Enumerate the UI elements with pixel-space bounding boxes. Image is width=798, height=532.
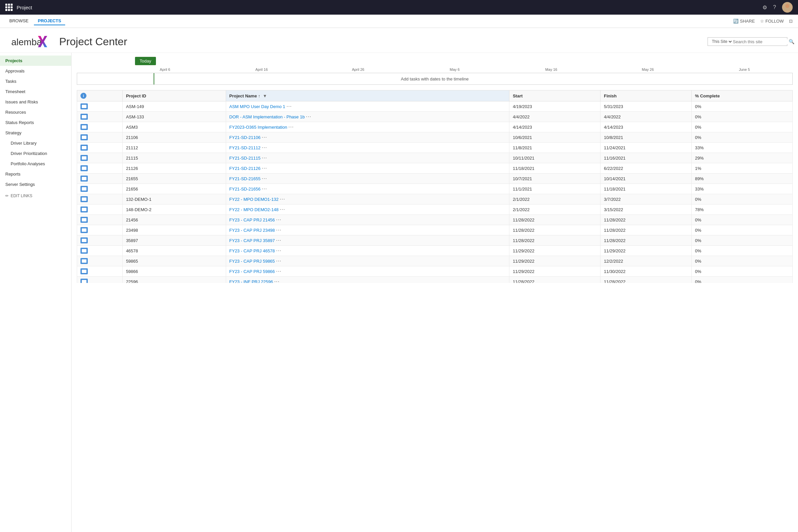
- project-link[interactable]: FY21-SD-21126: [229, 166, 261, 171]
- sidebar-item-server-settings[interactable]: Server Settings: [0, 179, 71, 190]
- sidebar-item-driver-prio[interactable]: Driver Prioritization: [0, 148, 71, 158]
- row-context-menu[interactable]: ···: [286, 103, 291, 109]
- project-link[interactable]: FY23 - CAP PRJ 59865: [229, 259, 275, 264]
- col-finish[interactable]: Finish: [601, 91, 691, 101]
- sidebar-label-resources: Resources: [5, 110, 26, 115]
- sidebar-item-driver-library[interactable]: Driver Library: [0, 138, 71, 148]
- col-start[interactable]: Start: [509, 91, 601, 101]
- project-link[interactable]: FY23 - CAP PRJ 46578: [229, 248, 275, 253]
- sidebar-item-approvals[interactable]: Approvals: [0, 66, 71, 76]
- search-box[interactable]: This Site All Sites 🔍: [707, 37, 787, 46]
- sidebar-item-timesheet[interactable]: Timesheet: [0, 87, 71, 97]
- project-link[interactable]: FY22 - MPO DEMO2-148: [229, 207, 279, 212]
- help-icon[interactable]: ?: [773, 4, 776, 10]
- search-input[interactable]: [733, 39, 789, 44]
- sidebar-item-issues[interactable]: Issues and Risks: [0, 97, 71, 107]
- sub-nav-left: BROWSE PROJECTS: [5, 17, 65, 25]
- project-link[interactable]: FY23 - CAP PRJ 35897: [229, 238, 275, 243]
- row-project-name: ASM MPO User Day Demo 1 ···: [226, 101, 509, 112]
- row-finish: 11/28/2022: [601, 215, 691, 225]
- row-context-menu[interactable]: ···: [276, 227, 281, 233]
- settings-icon[interactable]: ⚙: [762, 4, 767, 11]
- row-context-menu[interactable]: ···: [276, 268, 281, 274]
- row-context-menu[interactable]: ···: [276, 217, 281, 223]
- avatar[interactable]: [782, 2, 793, 13]
- edit-links[interactable]: ✏ EDIT LINKS: [0, 190, 71, 202]
- project-link[interactable]: FY21-SD-21656: [229, 187, 261, 191]
- row-context-menu[interactable]: ···: [288, 124, 293, 130]
- row-context-menu[interactable]: ···: [280, 207, 285, 212]
- row-context-menu[interactable]: ···: [280, 196, 285, 202]
- focus-action[interactable]: ⊡: [789, 19, 793, 24]
- row-icon: [80, 124, 88, 130]
- row-context-menu[interactable]: ···: [262, 145, 267, 150]
- sidebar-item-resources[interactable]: Resources: [0, 107, 71, 117]
- row-finish: 12/2/2022: [601, 256, 691, 266]
- projects-btn[interactable]: PROJECTS: [34, 17, 65, 25]
- project-link[interactable]: FY2023-O365 Implementation: [229, 125, 287, 130]
- col-project-name[interactable]: Project Name ↑ ▼: [226, 91, 509, 101]
- share-action[interactable]: 🔄 SHARE: [733, 19, 755, 24]
- row-finish: 10/8/2021: [601, 132, 691, 142]
- row-context-menu[interactable]: ···: [276, 248, 281, 253]
- row-context-menu[interactable]: ···: [276, 258, 281, 264]
- timeline-ruler: April 6 April 16 April 26 May 6 May 16 M…: [77, 68, 793, 72]
- project-link[interactable]: DOR - ASM Implementation - Phase 1b: [229, 114, 305, 119]
- filter-icon[interactable]: ▼: [263, 93, 267, 98]
- sidebar-item-portfolio[interactable]: Portfolio Analyses: [0, 158, 71, 169]
- row-context-menu[interactable]: ···: [274, 279, 280, 283]
- project-link[interactable]: FY21-SD-21655: [229, 176, 261, 181]
- row-context-menu[interactable]: ···: [276, 238, 281, 243]
- sidebar-item-tasks[interactable]: Tasks: [0, 76, 71, 87]
- row-finish: 6/22/2022: [601, 163, 691, 174]
- row-finish: 11/24/2021: [601, 142, 691, 153]
- row-start: 4/4/2022: [509, 112, 601, 122]
- row-project-id: 21106: [122, 132, 226, 142]
- sidebar-label-approvals: Approvals: [5, 69, 25, 74]
- col-complete[interactable]: % Complete: [691, 91, 793, 101]
- svg-text:alemba: alemba: [11, 37, 42, 47]
- project-link[interactable]: FY22 - MPO DEMO1-132: [229, 197, 279, 202]
- row-project-name: FY22 - MPO DEMO2-148 ···: [226, 205, 509, 215]
- grid-icon[interactable]: [5, 4, 13, 11]
- search-scope-select[interactable]: This Site All Sites: [710, 39, 733, 44]
- row-context-menu[interactable]: ···: [262, 165, 267, 171]
- col-project-id[interactable]: Project ID: [122, 91, 226, 101]
- row-icon-cell: [77, 277, 123, 283]
- row-icon: [80, 175, 88, 182]
- sidebar-label-strategy: Strategy: [5, 130, 21, 135]
- row-context-menu[interactable]: ···: [306, 114, 311, 119]
- row-start: 11/28/2022: [509, 235, 601, 246]
- sub-nav-right: 🔄 SHARE ☆ FOLLOW ⊡: [733, 19, 793, 24]
- row-icon-cell: [77, 142, 123, 153]
- browse-btn[interactable]: BROWSE: [5, 17, 33, 25]
- project-link[interactable]: FY21-SD-21106: [229, 135, 261, 140]
- project-link[interactable]: ASM MPO User Day Demo 1: [229, 104, 285, 109]
- project-link[interactable]: FY21-SD-21112: [229, 145, 261, 150]
- project-link[interactable]: FY23 - CAP PRJ 59866: [229, 269, 275, 274]
- sidebar-item-strategy[interactable]: Strategy: [0, 128, 71, 138]
- col-icon: i: [77, 91, 123, 101]
- row-finish: 10/14/2021: [601, 174, 691, 184]
- project-link[interactable]: FY23 - CAP PRJ 23498: [229, 228, 275, 233]
- project-link[interactable]: FY23 - CAP PRJ 21456: [229, 217, 275, 223]
- row-project-name: FY23 - CAP PRJ 35897 ···: [226, 235, 509, 246]
- follow-action[interactable]: ☆ FOLLOW: [760, 19, 784, 24]
- row-icon: [80, 145, 88, 151]
- timeline-date-4: May 6: [406, 68, 503, 72]
- row-context-menu[interactable]: ···: [262, 186, 267, 191]
- project-link[interactable]: FY21-SD-21115: [229, 156, 261, 160]
- project-link[interactable]: FY23 - INF PRJ 22596: [229, 279, 273, 283]
- search-icon[interactable]: 🔍: [789, 39, 794, 44]
- row-context-menu[interactable]: ···: [262, 134, 267, 140]
- today-button[interactable]: Today: [135, 57, 156, 65]
- sidebar-item-status[interactable]: Status Reports: [0, 117, 71, 128]
- info-icon[interactable]: i: [80, 93, 87, 99]
- row-complete: 0%: [691, 101, 793, 112]
- table-scroll[interactable]: i Project ID Project Name ↑ ▼ Start Fini…: [77, 90, 793, 283]
- sidebar-item-projects[interactable]: Projects: [0, 56, 71, 66]
- sidebar-item-reports[interactable]: Reports: [0, 169, 71, 179]
- row-finish: 11/28/2022: [601, 277, 691, 283]
- row-context-menu[interactable]: ···: [262, 175, 267, 181]
- row-context-menu[interactable]: ···: [262, 155, 267, 160]
